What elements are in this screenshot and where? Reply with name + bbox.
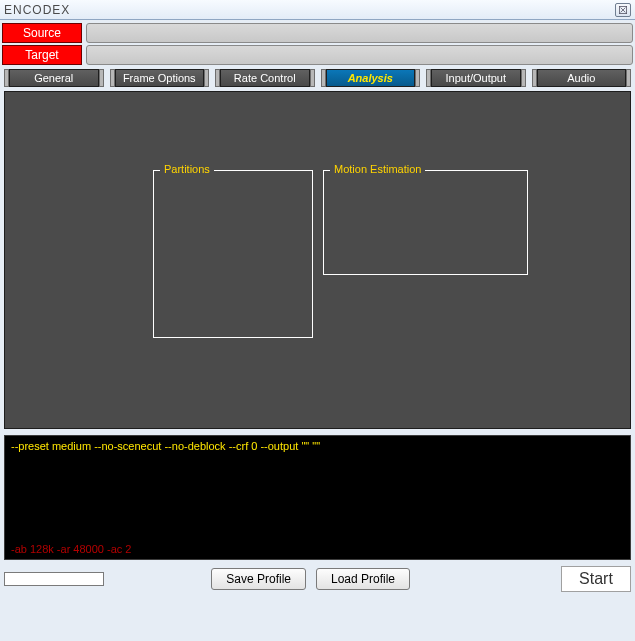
analysis-panel: Partitions Motion Estimation: [4, 91, 631, 429]
source-path-display: [86, 23, 633, 43]
partitions-group: Partitions: [153, 170, 313, 338]
motion-estimation-legend: Motion Estimation: [330, 163, 425, 175]
titlebar: ENCODEX: [0, 0, 635, 20]
motion-estimation-group: Motion Estimation: [323, 170, 528, 275]
load-profile-button[interactable]: Load Profile: [316, 568, 410, 590]
bottom-bar: Save Profile Load Profile Start: [4, 564, 631, 594]
source-button[interactable]: Source: [2, 23, 82, 43]
window-close-button[interactable]: [615, 3, 631, 17]
video-command-line: --preset medium --no-scenecut --no-deblo…: [11, 440, 624, 452]
save-profile-button[interactable]: Save Profile: [211, 568, 306, 590]
target-button[interactable]: Target: [2, 45, 82, 65]
target-path-display: [86, 45, 633, 65]
target-row: Target: [2, 45, 633, 65]
tab-audio[interactable]: Audio: [532, 69, 632, 87]
command-preview: --preset medium --no-scenecut --no-deblo…: [4, 435, 631, 560]
tab-frame-options[interactable]: Frame Options: [110, 69, 210, 87]
audio-command-line: -ab 128k -ar 48000 -ac 2: [11, 543, 131, 555]
tab-general[interactable]: General: [4, 69, 104, 87]
tab-input-output[interactable]: Input/Output: [426, 69, 526, 87]
tab-bar: General Frame Options Rate Control Analy…: [4, 69, 631, 87]
source-row: Source: [2, 23, 633, 43]
progress-bar: [4, 572, 104, 586]
window-title: ENCODEX: [4, 3, 70, 17]
start-button[interactable]: Start: [561, 566, 631, 592]
partitions-legend: Partitions: [160, 163, 214, 175]
tab-rate-control[interactable]: Rate Control: [215, 69, 315, 87]
close-icon: [619, 6, 627, 14]
tab-analysis[interactable]: Analysis: [321, 69, 421, 87]
